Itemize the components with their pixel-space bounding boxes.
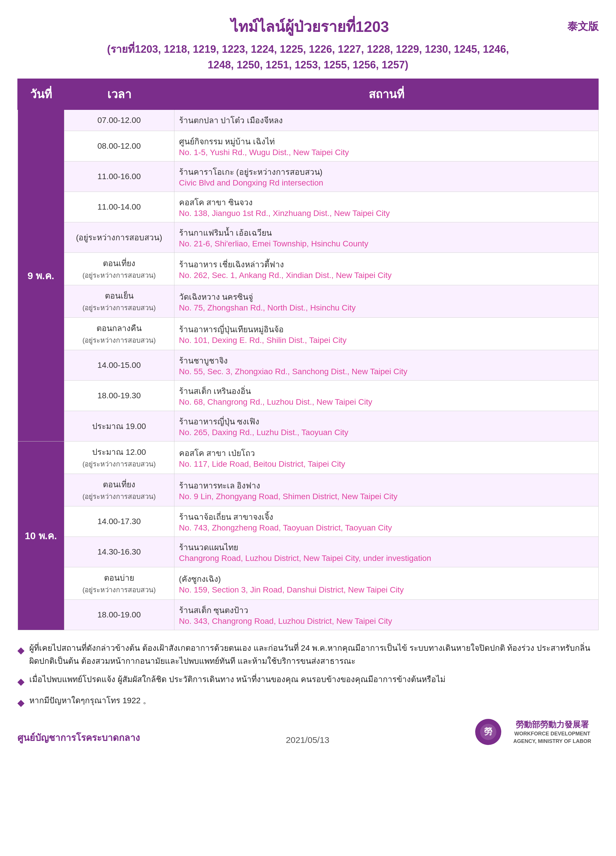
location-thai: ร้านอาหารทะเล อิงฟาง xyxy=(179,479,594,492)
location-english: No. 265, Daxing Rd., Luzhu Dist., Taoyua… xyxy=(179,428,594,437)
time-cell: ตอนเที่ยง(อยู่ระหว่างการสอบสวน) xyxy=(64,474,174,507)
page-wrapper: ไทม์ไลน์ผู้ป่วยรายที่1203 泰文版 (รายที่120… xyxy=(17,12,599,745)
subtitle: (รายที่1203, 1218, 1219, 1223, 1224, 122… xyxy=(17,42,599,73)
location-thai: ศูนย์กิจกรรม หมู่บ้าน เฉิงไท่ xyxy=(179,135,594,148)
notes-section: ◆ผู้ที่เคยไปสถานที่ดังกล่าวข้างต้น ต้องเ… xyxy=(17,642,599,710)
location-thai: ร้านนวดแผนไทย xyxy=(179,541,594,554)
location-thai: คอสโค สาขา ซินจวง xyxy=(179,196,594,209)
location-english: No. 101, Dexing E. Rd., Shilin Dist., Ta… xyxy=(179,336,594,345)
table-row: ตอนบ่าย(อยู่ระหว่างการสอบสวน)(คังซูกงเฉิ… xyxy=(18,567,598,600)
note-item-0: ◆ผู้ที่เคยไปสถานที่ดังกล่าวข้างต้น ต้องเ… xyxy=(17,642,599,668)
note-text-1: เมื่อไปพบแพทย์โปรดแจ้ง ผู้สัมผัสใกล้ชิด … xyxy=(29,673,445,686)
location-english: No. 343, Changrong Road, Luzhou District… xyxy=(179,617,594,626)
time-cell: 08.00-12.00 xyxy=(64,131,174,162)
table-row: 14.00-15.00ร้านชาบูชาจิงNo. 55, Sec. 3, … xyxy=(18,350,598,380)
time-sub: (อยู่ระหว่างการสอบสวน) xyxy=(83,460,156,468)
location-thai: ร้านกาแฟริมน้ำ เอ้อเฉวียน xyxy=(179,226,594,239)
logo-text-line2: WORKFORCE DEVELOPMENT AGENCY, MINISTRY O… xyxy=(506,730,599,745)
location-thai: (คังซูกงเฉิง) xyxy=(179,573,594,585)
time-sub: (อยู่ระหว่างการสอบสวน) xyxy=(83,493,156,500)
header-section: ไทม์ไลน์ผู้ป่วยรายที่1203 泰文版 (รายที่120… xyxy=(17,12,599,73)
table-row: ตอนเที่ยง(อยู่ระหว่างการสอบสวน)ร้านอาหาร… xyxy=(18,474,598,507)
location-cell: ร้านอาหารทะเล อิงฟางNo. 9 Lin, Zhongyang… xyxy=(174,474,598,507)
location-english: No. 9 Lin, Zhongyang Road, Shimen Distri… xyxy=(179,492,594,501)
time-cell: 14.00-15.00 xyxy=(64,350,174,380)
location-thai: ร้านชาบูชาจิง xyxy=(179,354,594,367)
location-cell: ร้านอาหารญี่ปุ่น ซงเฟิงNo. 265, Daxing R… xyxy=(174,411,598,442)
location-english: No. 68, Changrong Rd., Luzhou Dist., New… xyxy=(179,397,594,407)
location-english: No. 55, Sec. 3, Zhongxiao Rd., Sanchong … xyxy=(179,367,594,376)
footer-section: ศูนย์บัญชาการโรคระบาดกลาง 2021/05/13 勞 勞… xyxy=(17,719,599,745)
note-diamond-2: ◆ xyxy=(17,696,25,710)
table-row: 14.00-17.30ร้านฉาจ้อเถี่ยน สาขาจงเจิ้งNo… xyxy=(18,507,598,537)
location-english: Changrong Road, Luzhou District, New Tai… xyxy=(179,554,594,563)
svg-text:勞: 勞 xyxy=(484,727,492,736)
location-cell: ร้านสเต็ก เหรินองอิ่นNo. 68, Changrong R… xyxy=(174,380,598,411)
location-thai: วัดเฉิงหวาง นครซินจู่ xyxy=(179,291,594,303)
table-row: ประมาณ 19.00ร้านอาหารญี่ปุ่น ซงเฟิงNo. 2… xyxy=(18,411,598,442)
main-title-center: ไทม์ไลน์ผู้ป่วยรายที่1203 xyxy=(52,14,567,38)
col-header-location: สถานที่ xyxy=(174,79,598,109)
thai-version-label: 泰文版 xyxy=(567,19,599,34)
location-thai: ร้านอาหาร เชี่ยเฉิงหล่าวตี้ฟาง xyxy=(179,258,594,271)
time-cell: 14.30-16.30 xyxy=(64,537,174,567)
table-row: 08.00-12.00ศูนย์กิจกรรม หมู่บ้าน เฉิงไท่… xyxy=(18,131,598,162)
footer-date: 2021/05/13 xyxy=(286,735,329,745)
location-english: No. 117, Lide Road, Beitou District, Tai… xyxy=(179,459,594,469)
location-cell: วัดเฉิงหวาง นครซินจู่No. 75, Zhongshan R… xyxy=(174,285,598,318)
time-sub: (อยู่ระหว่างการสอบสวน) xyxy=(83,304,156,312)
table-row: ตอนกลางคืน(อยู่ระหว่างการสอบสวน)ร้านอาหา… xyxy=(18,318,598,350)
main-table: วันที่ เวลา สถานที่ 9 พ.ค.07.00-12.00ร้า… xyxy=(17,79,599,630)
location-english: Civic Blvd and Dongxing Rd intersection xyxy=(179,178,594,188)
location-cell: ร้านอาหาร เชี่ยเฉิงหล่าวตี้ฟางNo. 262, S… xyxy=(174,253,598,285)
time-main: ตอนบ่าย xyxy=(104,573,134,582)
note-diamond-1: ◆ xyxy=(17,674,25,689)
time-sub: (อยู่ระหว่างการสอบสวน) xyxy=(83,336,156,344)
location-cell: ร้านอาหารญี่ปุ่นเทียนหมู่อินจ้อNo. 101, … xyxy=(174,318,598,350)
time-cell: 07.00-12.00 xyxy=(64,109,174,131)
location-thai: ร้านอาหารญี่ปุ่น ซงเฟิง xyxy=(179,415,594,428)
main-title-row: ไทม์ไลน์ผู้ป่วยรายที่1203 泰文版 xyxy=(17,12,599,42)
time-cell: 11.00-16.00 xyxy=(64,162,174,192)
time-sub: (อยู่ระหว่างการสอบสวน) xyxy=(83,586,156,594)
table-row: 14.30-16.30ร้านนวดแผนไทยChangrong Road, … xyxy=(18,537,598,567)
location-thai: ร้านฉาจ้อเถี่ยน สาขาจงเจิ้ง xyxy=(179,511,594,523)
time-cell: 14.00-17.30 xyxy=(64,507,174,537)
time-sub: (อยู่ระหว่างการสอบสวน) xyxy=(83,271,156,279)
location-cell: ร้านตกปลา ปาโต๋ว เมืองจีหลง xyxy=(174,109,598,131)
time-cell: 18.00-19.00 xyxy=(64,600,174,630)
time-cell: (อยู่ระหว่างการสอบสวน) xyxy=(64,222,174,253)
time-main: ตอนกลางคืน xyxy=(97,324,142,333)
col-header-date: วันที่ xyxy=(18,79,64,109)
location-english: No. 262, Sec. 1, Ankang Rd., Xindian Dis… xyxy=(179,271,594,280)
table-row: 18.00-19.00ร้านสเต็ก ซุนตงป้าวNo. 343, C… xyxy=(18,600,598,630)
location-cell: คอสโค สาขา ซินจวงNo. 138, Jianguo 1st Rd… xyxy=(174,192,598,222)
location-cell: (คังซูกงเฉิง)No. 159, Section 3, Jin Roa… xyxy=(174,567,598,600)
location-english: No. 743, Zhongzheng Road, Taoyuan Distri… xyxy=(179,523,594,533)
note-diamond-0: ◆ xyxy=(17,643,25,658)
location-cell: ร้านคาราโอเกะ (อยู่ระหว่างการสอบสวน)Civi… xyxy=(174,162,598,192)
date-cell: 9 พ.ค. xyxy=(18,109,64,442)
location-thai: ร้านสเต็ก เหรินองอิ่น xyxy=(179,385,594,397)
location-cell: ร้านสเต็ก ซุนตงป้าวNo. 343, Changrong Ro… xyxy=(174,600,598,630)
time-main: ประมาณ 12.00 xyxy=(92,448,146,457)
note-item-1: ◆เมื่อไปพบแพทย์โปรดแจ้ง ผู้สัมผัสใกล้ชิด… xyxy=(17,673,599,689)
note-text-0: ผู้ที่เคยไปสถานที่ดังกล่าวข้างต้น ต้องเฝ… xyxy=(29,642,599,668)
location-english: No. 21-6, Shi'erliao, Emei Township, Hsi… xyxy=(179,239,594,248)
location-thai: ร้านสเต็ก ซุนตงป้าว xyxy=(179,604,594,617)
location-thai: ร้านตกปลา ปาโต๋ว เมืองจีหลง xyxy=(179,114,594,127)
subtitle-line2: 1248, 1250, 1251, 1253, 1255, 1256, 1257… xyxy=(208,59,409,71)
note-text-2: หากมีปัญหาใดๆกรุณาโทร 1922 。 xyxy=(29,694,151,707)
location-cell: ร้านกาแฟริมน้ำ เอ้อเฉวียนNo. 21-6, Shi'e… xyxy=(174,222,598,253)
table-row: 11.00-16.00ร้านคาราโอเกะ (อยู่ระหว่างการ… xyxy=(18,162,598,192)
time-main: ตอนเย็น xyxy=(105,291,134,300)
location-thai: ร้านอาหารญี่ปุ่นเทียนหมู่อินจ้อ xyxy=(179,323,594,336)
logo-text: 勞動部勞動力發展署 WORKFORCE DEVELOPMENT AGENCY, … xyxy=(506,719,599,745)
location-english: No. 1-5, Yushi Rd., Wugu Dist., New Taip… xyxy=(179,148,594,157)
main-title-text: ไทม์ไลน์ผู้ป่วยรายที่1203 xyxy=(230,18,389,35)
logo-circle: 勞 xyxy=(475,719,501,745)
location-thai: ร้านคาราโอเกะ (อยู่ระหว่างการสอบสวน) xyxy=(179,166,594,178)
logo-text-line1: 勞動部勞動力發展署 xyxy=(506,719,599,730)
footer-org: ศูนย์บัญชาการโรคระบาดกลาง xyxy=(17,730,140,745)
location-english: No. 75, Zhongshan Rd., North Dist., Hsin… xyxy=(179,303,594,313)
